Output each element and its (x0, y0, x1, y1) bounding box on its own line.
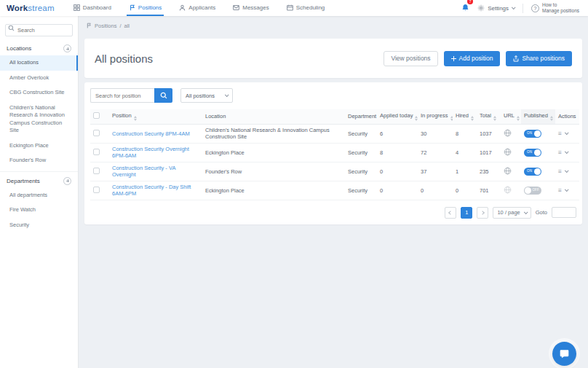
nav-dashboard-label: Dashboard (83, 4, 111, 11)
page-1-button[interactable]: 1 (461, 207, 472, 219)
table-row: Construction Security - Day Shift 6AM-6P… (90, 181, 579, 200)
sort-icon[interactable] (471, 116, 474, 121)
position-link[interactable]: Construction Security - VA Overnight (112, 165, 175, 178)
row-checkbox[interactable] (93, 149, 100, 155)
column-position[interactable]: Position (109, 109, 202, 124)
in-progress-cell: 0 (418, 181, 453, 200)
prev-page-button[interactable] (445, 207, 456, 219)
published-toggle[interactable]: OFF (524, 187, 541, 195)
sidebar-search-input[interactable] (5, 24, 73, 36)
chevron-down-icon (565, 168, 569, 173)
position-search-input[interactable] (90, 88, 154, 103)
positions-filter-dropdown[interactable]: All positions (180, 88, 233, 103)
row-checkbox[interactable] (93, 187, 100, 193)
add-position-button[interactable]: Add position (444, 51, 501, 66)
globe-icon[interactable] (504, 167, 512, 175)
column-applied-today[interactable]: Applied today (377, 109, 418, 124)
sort-icon[interactable] (517, 116, 520, 121)
row-actions-menu[interactable]: ≡ (558, 181, 576, 200)
column-in-progress[interactable]: In progress (418, 109, 453, 124)
column-total[interactable]: Total (477, 109, 501, 124)
sidebar-item-amber-overlook[interactable]: Amber Overlook (0, 71, 78, 86)
published-toggle[interactable]: ON (524, 149, 541, 157)
sort-icon[interactable] (415, 116, 418, 121)
row-actions-menu[interactable]: ≡ (558, 125, 576, 143)
sort-icon[interactable] (550, 116, 553, 121)
chevron-down-icon (512, 5, 516, 9)
globe-icon[interactable] (504, 148, 512, 156)
breadcrumb-current: all (124, 23, 130, 29)
question-icon: ? (531, 4, 539, 12)
sidebar-item-fire-watch[interactable]: Fire Watch (0, 203, 78, 218)
sidebar: Locations All locations Amber Overlook C… (0, 16, 79, 368)
sidebar-item-childrens-national[interactable]: Children's National Research & Innovatio… (0, 101, 78, 138)
view-positions-button[interactable]: View positions (384, 51, 437, 66)
row-actions-menu[interactable]: ≡ (558, 144, 576, 162)
sort-icon[interactable] (134, 116, 137, 121)
globe-icon[interactable] (504, 186, 512, 194)
messages-icon (233, 4, 239, 11)
position-link[interactable]: Construction Security - Day Shift 6AM-6P… (112, 184, 191, 197)
globe-icon[interactable] (504, 129, 512, 137)
in-progress-cell: 30 (418, 124, 453, 143)
sort-icon[interactable] (450, 116, 453, 121)
chevron-left-icon (449, 211, 453, 215)
toggle-label: ON (527, 150, 532, 154)
nav-positions[interactable]: Positions (127, 0, 164, 16)
chat-widget-button[interactable] (552, 342, 576, 366)
share-positions-button[interactable]: Share positions (506, 51, 572, 66)
hired-cell: 4 (453, 143, 477, 162)
nav-dashboard[interactable]: Dashboard (71, 0, 114, 16)
toggle-knob (525, 187, 531, 194)
column-url[interactable]: URL (501, 109, 521, 124)
help-line2: Manage positions (542, 8, 579, 13)
column-hired[interactable]: Hired (453, 109, 477, 124)
breadcrumb-root[interactable]: Positions (95, 23, 116, 29)
notification-count-badge: 7 (467, 0, 473, 4)
next-page-button[interactable] (477, 207, 488, 219)
sidebar-item-eckington-place[interactable]: Eckington Place (0, 138, 78, 154)
sort-icon[interactable] (493, 116, 496, 121)
table-header-row: Position Location Department Applied tod… (90, 109, 579, 124)
table-row: Construction Security - VA Overnight Fou… (90, 162, 579, 181)
goto-page-input[interactable] (552, 207, 576, 218)
bell-icon (461, 4, 469, 12)
scheduling-icon (287, 4, 293, 11)
published-toggle[interactable]: ON (524, 130, 541, 138)
total-cell: 235 (477, 162, 501, 181)
primary-nav: Dashboard Positions Applicants Messages … (65, 0, 334, 16)
help-line1: How to (542, 2, 557, 7)
sidebar-item-cbg-construction-site[interactable]: CBG Construction Site (0, 85, 78, 101)
row-actions-menu[interactable]: ≡ (558, 163, 576, 181)
sidebar-item-all-locations[interactable]: All locations (0, 55, 78, 71)
sidebar-item-founders-row[interactable]: Founder's Row (0, 153, 78, 168)
in-progress-cell: 37 (418, 162, 453, 181)
nav-scheduling-label: Scheduling (296, 4, 325, 11)
page-size-dropdown[interactable]: 10 / page (493, 207, 531, 219)
pagination: 1 10 / page Goto (90, 207, 576, 219)
add-department-button[interactable] (63, 177, 71, 185)
search-button[interactable] (154, 88, 172, 103)
table-row: Construction Security 8PM-4AM Children's… (90, 124, 579, 143)
add-location-button[interactable] (63, 44, 71, 52)
position-link[interactable]: Construction Security 8PM-4AM (112, 130, 190, 137)
help-button[interactable]: ? How to Manage positions (531, 2, 579, 14)
workstream-logo: Workstream (7, 4, 55, 12)
chevron-down-icon (225, 93, 229, 97)
nav-scheduling[interactable]: Scheduling (285, 0, 327, 16)
row-checkbox[interactable] (93, 130, 100, 136)
nav-applicants[interactable]: Applicants (177, 0, 218, 16)
published-toggle[interactable]: ON (524, 168, 541, 176)
notifications-button[interactable]: 7 (461, 1, 469, 15)
nav-messages[interactable]: Messages (231, 0, 271, 16)
select-all-checkbox[interactable] (93, 112, 100, 119)
position-link[interactable]: Construction Security Overnight 6PM-6AM (112, 146, 189, 159)
sidebar-item-all-departments[interactable]: All departments (0, 188, 78, 203)
column-published[interactable]: Published (521, 109, 555, 124)
settings-menu[interactable]: Settings (477, 4, 514, 12)
chat-bubble-icon (559, 348, 570, 359)
sidebar-item-security[interactable]: Security (0, 218, 78, 233)
share-positions-label: Share positions (522, 55, 565, 62)
applied-today-cell: 6 (377, 124, 418, 143)
row-checkbox[interactable] (93, 168, 100, 174)
